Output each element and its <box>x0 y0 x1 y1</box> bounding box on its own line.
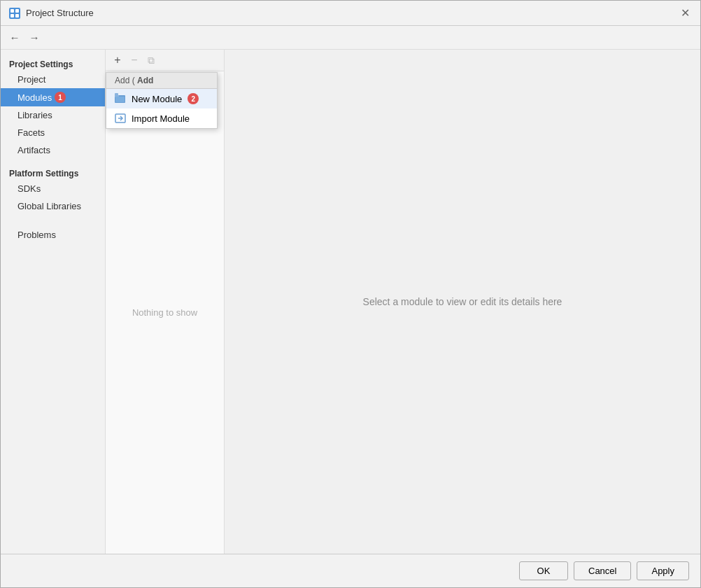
add-dropdown: Add ( Add <box>106 72 218 129</box>
sidebar-item-artifacts[interactable]: Artifacts <box>1 141 105 159</box>
footer: OK Cancel Apply <box>1 554 700 587</box>
sidebar-item-libraries[interactable]: Libraries <box>1 106 105 124</box>
dialog-title: Project Structure <box>26 8 678 18</box>
sidebar-item-problems[interactable]: Problems <box>1 226 105 244</box>
copy-button[interactable]: ⧉ <box>143 52 159 68</box>
middle-panel: + − ⧉ Add ( Add <box>106 50 225 554</box>
nav-back-button[interactable]: ← <box>6 29 23 46</box>
sidebar-item-sdks[interactable]: SDKs <box>1 180 105 197</box>
middle-toolbar: + − ⧉ <box>106 50 224 71</box>
sidebar-item-global-libraries[interactable]: Global Libraries <box>1 197 105 215</box>
project-settings-label: Project Settings <box>1 55 105 71</box>
svg-rect-6 <box>115 93 118 96</box>
main-panel: Select a module to view or edit its deta… <box>225 50 700 554</box>
sidebar-item-project[interactable]: Project <box>1 71 105 88</box>
import-module-label: Import Module <box>132 113 190 124</box>
folder-icon <box>115 93 126 104</box>
svg-rect-3 <box>15 14 19 18</box>
main-hint: Select a module to view or edit its deta… <box>363 296 562 307</box>
new-module-item[interactable]: New Module 2 <box>106 89 217 108</box>
nav-forward-button[interactable]: → <box>26 29 43 46</box>
platform-settings-label: Platform Settings <box>1 164 105 180</box>
add-button[interactable]: + <box>110 52 125 68</box>
modules-badge: 1 <box>55 92 66 103</box>
new-module-label: New Module <box>132 94 182 104</box>
top-toolbar: ← → <box>1 26 700 50</box>
content-area: Project Settings Project Modules 1 Libra… <box>1 50 700 554</box>
project-structure-dialog: Project Structure ✕ ← → Project Settings… <box>0 0 701 588</box>
sidebar-item-modules[interactable]: Modules 1 <box>1 88 105 106</box>
svg-rect-1 <box>15 9 19 13</box>
import-module-item[interactable]: Import Module <box>106 108 217 128</box>
sidebar: Project Settings Project Modules 1 Libra… <box>1 50 106 554</box>
new-module-badge: 2 <box>187 93 199 104</box>
app-icon <box>9 8 20 19</box>
svg-rect-2 <box>10 14 14 18</box>
apply-button[interactable]: Apply <box>637 561 689 580</box>
import-icon <box>115 113 126 124</box>
remove-button[interactable]: − <box>127 52 142 68</box>
svg-rect-7 <box>115 97 125 102</box>
svg-rect-0 <box>10 9 14 13</box>
title-bar: Project Structure ✕ <box>1 1 700 26</box>
close-button[interactable]: ✕ <box>678 6 692 20</box>
cancel-button[interactable]: Cancel <box>574 561 631 580</box>
sidebar-item-facets[interactable]: Facets <box>1 124 105 141</box>
dropdown-header: Add ( Add <box>106 73 217 89</box>
ok-button[interactable]: OK <box>519 561 568 580</box>
middle-empty-text: Nothing to show <box>106 71 224 554</box>
dropdown-menu: Add ( Add <box>106 72 218 129</box>
